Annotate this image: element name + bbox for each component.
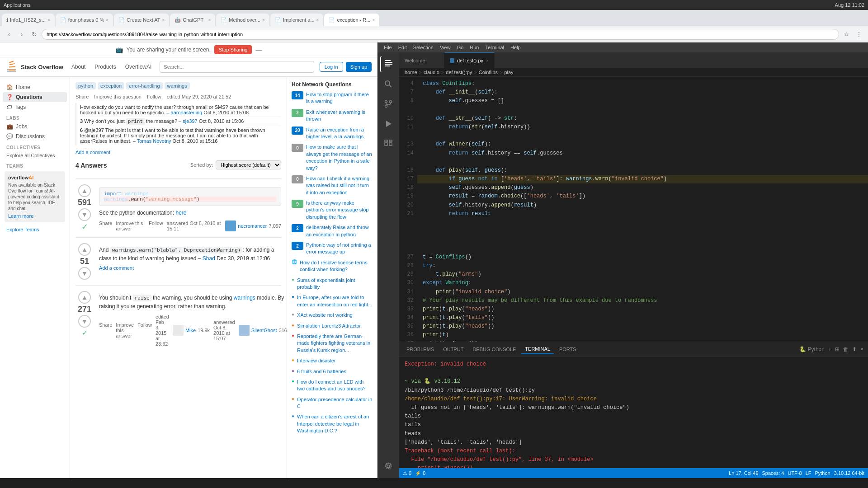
- vscode-tab-welcome[interactable]: Welcome: [399, 52, 444, 68]
- q-link[interactable]: Exit whenever a warning is thrown: [306, 109, 373, 123]
- browser-tab-exception[interactable]: 📄 exception - R... ×: [324, 14, 379, 26]
- so-nav-overflowai[interactable]: OverflowAI: [123, 62, 155, 72]
- so-tag-warnings[interactable]: warnings: [165, 82, 190, 89]
- follow-link[interactable]: Follow: [149, 221, 163, 231]
- terminal-close-button[interactable]: ×: [859, 345, 864, 353]
- forward-button[interactable]: ›: [16, 29, 27, 40]
- activity-settings-gear[interactable]: [380, 458, 396, 474]
- user-shad-link[interactable]: Shad: [203, 255, 215, 262]
- code-editor-content[interactable]: class Coinflips: def __init__(self): sel…: [417, 77, 868, 342]
- menu-help[interactable]: Help: [508, 44, 524, 51]
- breadcrumb-file[interactable]: def test():py: [446, 70, 472, 75]
- activity-search[interactable]: [380, 76, 396, 92]
- vscode-code-editor[interactable]: 4 7 8 10 11 13 14 16 17 18: [399, 77, 868, 342]
- terminal-tab-ports[interactable]: PORTS: [556, 345, 580, 354]
- browser-tab-implement[interactable]: 📄 Implement a... ×: [270, 14, 324, 26]
- upvote-button[interactable]: ▲: [78, 291, 91, 304]
- q-when-can-link[interactable]: When can a citizen's arrest of an Interp…: [297, 413, 373, 434]
- q-link[interactable]: 6 fruits and 6 batteries: [297, 368, 346, 375]
- sort-select[interactable]: Highest score (default): [216, 160, 281, 169]
- browser-tab-method[interactable]: 📄 Method over... ×: [216, 14, 269, 26]
- breadcrumb-home[interactable]: home: [405, 70, 417, 75]
- follow-link[interactable]: Follow: [137, 322, 152, 338]
- commenter-link[interactable]: aaronasterling: [171, 110, 203, 115]
- sidebar-item-explore-collectives[interactable]: Explore all Collectives: [3, 151, 67, 160]
- menu-edit[interactable]: Edit: [396, 44, 410, 51]
- browser-tab-info[interactable]: ℹ Info1_HS22_s... ×: [2, 14, 55, 26]
- sidebar-item-discussions[interactable]: 💬 Discussions: [3, 131, 67, 141]
- activity-explorer[interactable]: [380, 56, 396, 72]
- explore-teams-link[interactable]: Explore Teams: [3, 224, 67, 235]
- user-link[interactable]: necromancer: [238, 223, 267, 229]
- q-link[interactable]: How to make sure that I always get the m…: [306, 144, 373, 172]
- tab-close-icon[interactable]: ×: [162, 18, 165, 23]
- sidebar-item-jobs[interactable]: 💼 Jobs: [3, 122, 67, 131]
- breadcrumb-claudio[interactable]: claudio: [424, 70, 439, 75]
- tab-close-icon[interactable]: ×: [47, 18, 50, 23]
- back-button[interactable]: ‹: [4, 29, 14, 40]
- commenter-link[interactable]: sje397: [183, 118, 197, 124]
- so-nav-products[interactable]: Products: [92, 62, 118, 72]
- q-link[interactable]: How to stop program if there is a warnin…: [306, 91, 373, 105]
- so-share-link[interactable]: Share: [75, 94, 89, 99]
- sharing-minimize-icon[interactable]: —: [255, 46, 262, 53]
- menu-selection[interactable]: Selection: [410, 44, 436, 51]
- vscode-tab-deftest[interactable]: def test():py ×: [444, 52, 495, 68]
- activity-extensions[interactable]: [380, 136, 396, 152]
- so-search-input[interactable]: [160, 61, 314, 73]
- tab-close-icon[interactable]: ×: [316, 18, 319, 23]
- q-link[interactable]: Raise an exception from a higher level, …: [306, 127, 373, 141]
- q-link[interactable]: Simulation Lorentz3 Attractor: [297, 323, 361, 329]
- so-nav-about[interactable]: About: [69, 62, 88, 72]
- terminal-maximize-button[interactable]: ⬆: [851, 345, 858, 353]
- activity-run-debug[interactable]: [380, 116, 396, 132]
- improve-link[interactable]: Improve this answer: [116, 221, 145, 231]
- terminal-split-button[interactable]: ⊞: [834, 345, 840, 353]
- downvote-button[interactable]: ▼: [78, 208, 91, 221]
- breadcrumb-class[interactable]: Coinflips: [479, 70, 498, 75]
- stop-sharing-button[interactable]: Stop Sharing: [214, 45, 252, 54]
- sidebar-item-tags[interactable]: 🏷 Tags: [3, 102, 67, 112]
- menu-terminal[interactable]: Terminal: [483, 44, 507, 51]
- q-link[interactable]: Interview disaster: [297, 357, 336, 364]
- downvote-button[interactable]: ▼: [78, 267, 91, 280]
- so-tag-error-handling[interactable]: error-handling: [126, 82, 162, 89]
- doc-link[interactable]: here: [175, 210, 186, 216]
- browser-tab-fourphases[interactable]: 📄 four phases 0 % ×: [56, 14, 113, 26]
- tab-close-icon[interactable]: ×: [106, 18, 108, 23]
- tab-close-icon[interactable]: ×: [208, 18, 211, 23]
- add-comment-link-2[interactable]: Add a comment: [99, 265, 281, 271]
- commenter-link[interactable]: Tomas Novotny: [137, 138, 171, 144]
- tab-close-icon[interactable]: ×: [372, 18, 375, 23]
- warnings-link[interactable]: warnings: [234, 295, 255, 301]
- url-bar[interactable]: [42, 29, 839, 40]
- breadcrumb-method[interactable]: play: [504, 70, 513, 75]
- tab-close-icon[interactable]: ×: [486, 58, 489, 63]
- add-comment-link[interactable]: Add a comment: [75, 150, 281, 155]
- upvote-button[interactable]: ▲: [78, 243, 91, 256]
- so-tag-python[interactable]: python: [75, 82, 96, 89]
- so-login-button[interactable]: Log in: [320, 62, 343, 72]
- improve-link[interactable]: Improve this answer: [116, 322, 134, 338]
- q-link[interactable]: How do I resolve license terms conflict …: [300, 259, 373, 273]
- q-link[interactable]: How can I check if a warning was raised …: [306, 175, 373, 196]
- activity-source-control[interactable]: [380, 96, 396, 112]
- q-link[interactable]: Is there anyway make python's error mess…: [306, 200, 373, 221]
- terminal-tab-terminal[interactable]: TERMINAL: [521, 344, 554, 354]
- q-link[interactable]: deliberately Raise and throw an exceptio…: [306, 224, 373, 238]
- menu-run[interactable]: Run: [467, 44, 481, 51]
- q-link[interactable]: Sums of exponentials joint probability: [297, 277, 373, 291]
- refresh-button[interactable]: ↻: [29, 29, 40, 40]
- sidebar-item-questions[interactable]: ❓ Questions: [3, 92, 67, 102]
- q-link[interactable]: How do I connect an LED with two cathode…: [297, 379, 373, 393]
- q-link[interactable]: Operator-precedence calculator in C: [297, 396, 373, 410]
- terminal-tab-debug[interactable]: DEBUG CONSOLE: [469, 345, 519, 354]
- so-signup-button[interactable]: Sign up: [346, 62, 372, 72]
- share-link[interactable]: Share: [99, 221, 112, 231]
- so-improve-link[interactable]: Improve this question: [94, 94, 142, 99]
- user-silentghost-link[interactable]: SilentGhost: [251, 328, 277, 333]
- tab-close-icon[interactable]: ×: [262, 18, 265, 23]
- terminal-tab-problems[interactable]: PROBLEMS: [403, 345, 438, 354]
- menu-file[interactable]: File: [381, 44, 395, 51]
- q-link[interactable]: Pythonic way of not printing a error mes…: [306, 242, 373, 256]
